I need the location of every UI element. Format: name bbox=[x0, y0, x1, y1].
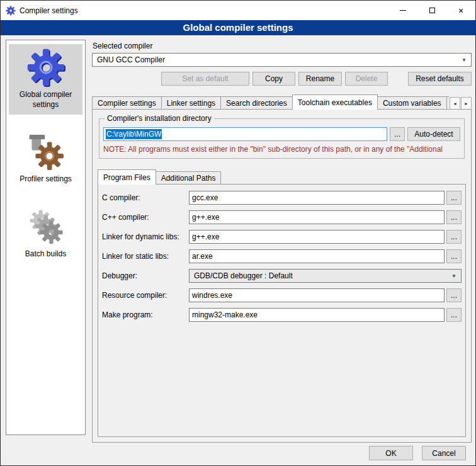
toolchain-subtabbar: Program Files Additional Paths bbox=[98, 169, 466, 185]
installation-directory-input[interactable]: C:\raylib\MinGW bbox=[103, 127, 387, 141]
tab-custom-variables[interactable]: Custom variables bbox=[377, 96, 447, 110]
titlebar[interactable]: Compiler settings × bbox=[1, 1, 475, 20]
sidebar-item-label: Profiler settings bbox=[10, 174, 81, 185]
sidebar-item-batch-builds[interactable]: Batch builds bbox=[9, 203, 82, 264]
browse-dynamic-linker-button[interactable]: ... bbox=[446, 230, 462, 244]
c-compiler-input[interactable] bbox=[189, 191, 445, 205]
tabs-strip: Compiler settings Linker settings Search… bbox=[92, 94, 449, 110]
sidebar-item-global-compiler-settings[interactable]: Global compiler settings bbox=[9, 44, 82, 115]
blue-gear-icon bbox=[26, 48, 65, 87]
debugger-row: Debugger: GDB/CDB debugger : Default ▼ bbox=[102, 269, 462, 283]
compiler-settings-dialog: Compiler settings × Global compiler sett… bbox=[0, 0, 476, 466]
app-icon bbox=[6, 6, 16, 16]
close-icon: × bbox=[458, 6, 463, 15]
set-as-default-button: Set as default bbox=[161, 72, 249, 86]
rename-button[interactable]: Rename bbox=[298, 72, 342, 86]
sidebar-item-label: Batch builds bbox=[10, 249, 81, 259]
c-compiler-label: C compiler: bbox=[102, 193, 189, 202]
toolchain-executables-panel: Compiler's installation directory C:\ray… bbox=[92, 109, 472, 443]
debugger-label: Debugger: bbox=[102, 271, 189, 280]
bin-subdirectory-note: NOTE: All programs must exist either in … bbox=[103, 145, 460, 154]
dynamic-linker-label: Linker for dynamic libs: bbox=[102, 232, 189, 241]
sidebar-item-profiler-settings[interactable]: Profiler settings bbox=[9, 128, 82, 190]
resource-compiler-label: Resource compiler: bbox=[102, 291, 189, 300]
cancel-button[interactable]: Cancel bbox=[422, 446, 466, 460]
chevron-down-icon: ▼ bbox=[451, 273, 456, 279]
settings-category-list: Global compiler settings Profiler settin… bbox=[6, 40, 86, 435]
tab-scroll-left-button[interactable]: ◄ bbox=[450, 97, 460, 110]
browse-c-compiler-button[interactable]: ... bbox=[446, 191, 462, 205]
make-program-input[interactable] bbox=[189, 308, 445, 322]
tab-scroll-right-button[interactable]: ► bbox=[461, 97, 472, 110]
static-linker-input[interactable] bbox=[189, 249, 445, 263]
minimize-button[interactable] bbox=[388, 1, 417, 20]
c-compiler-row: C compiler: ... bbox=[102, 191, 462, 205]
main-panel: Selected compiler GNU GCC Compiler ▼ Set… bbox=[92, 40, 472, 443]
dynamic-linker-row: Linker for dynamic libs: ... bbox=[102, 230, 462, 244]
dialog-footer: OK Cancel bbox=[369, 446, 466, 460]
cpp-compiler-input[interactable] bbox=[189, 210, 445, 224]
installation-directory-selected-text: C:\raylib\MinGW bbox=[106, 129, 162, 139]
subtab-program-files[interactable]: Program Files bbox=[98, 169, 156, 185]
resource-compiler-input[interactable] bbox=[189, 288, 445, 302]
browse-resource-compiler-button[interactable]: ... bbox=[446, 288, 462, 302]
maximize-button[interactable] bbox=[417, 1, 446, 20]
selected-compiler-select[interactable]: GNU GCC Compiler ▼ bbox=[92, 53, 472, 67]
reset-defaults-button[interactable]: Reset defaults bbox=[408, 72, 472, 86]
close-button[interactable]: × bbox=[446, 1, 475, 20]
dynamic-linker-input[interactable] bbox=[189, 230, 445, 244]
static-linker-label: Linker for static libs: bbox=[102, 252, 189, 261]
resource-compiler-row: Resource compiler: ... bbox=[102, 288, 462, 302]
page-title: Global compiler settings bbox=[1, 20, 475, 35]
selected-compiler-value: GNU GCC Compiler bbox=[97, 55, 165, 64]
copy-button[interactable]: Copy bbox=[252, 72, 295, 86]
sidebar-item-label: Global compiler settings bbox=[10, 90, 81, 110]
ok-button[interactable]: OK bbox=[369, 446, 413, 460]
tab-toolchain-executables[interactable]: Toolchain executables bbox=[292, 94, 378, 110]
tab-compiler-settings[interactable]: Compiler settings bbox=[92, 96, 162, 110]
profiler-icon bbox=[26, 132, 65, 171]
browse-cpp-compiler-button[interactable]: ... bbox=[446, 210, 462, 224]
compiler-actions: Set as default Copy Rename Delete Reset … bbox=[92, 72, 472, 86]
window-title: Compiler settings bbox=[20, 6, 78, 15]
batch-builds-icon bbox=[26, 207, 65, 246]
chevron-down-icon: ▼ bbox=[462, 57, 467, 63]
browse-static-linker-button[interactable]: ... bbox=[446, 249, 462, 263]
maximize-icon bbox=[429, 8, 435, 13]
cpp-compiler-label: C++ compiler: bbox=[102, 213, 189, 222]
tab-search-directories[interactable]: Search directories bbox=[220, 96, 293, 110]
installation-directory-group-title: Compiler's installation directory bbox=[105, 114, 214, 123]
program-files-panel: C compiler: ... C++ compiler: ... Linker… bbox=[98, 184, 466, 437]
make-program-row: Make program: ... bbox=[102, 308, 462, 322]
tab-linker-settings[interactable]: Linker settings bbox=[161, 96, 221, 110]
tab-build-options[interactable]: Buil bbox=[446, 96, 449, 110]
static-linker-row: Linker for static libs: ... bbox=[102, 249, 462, 263]
window-controls: × bbox=[388, 1, 475, 20]
debugger-select[interactable]: GDB/CDB debugger : Default ▼ bbox=[189, 269, 462, 283]
subtab-additional-paths[interactable]: Additional Paths bbox=[156, 171, 222, 185]
debugger-value: GDB/CDB debugger : Default bbox=[194, 271, 293, 280]
minimize-icon bbox=[400, 10, 406, 11]
make-program-label: Make program: bbox=[102, 310, 189, 319]
installation-directory-row: C:\raylib\MinGW ... Auto-detect bbox=[103, 127, 460, 141]
browse-make-program-button[interactable]: ... bbox=[446, 308, 462, 322]
cpp-compiler-row: C++ compiler: ... bbox=[102, 210, 462, 224]
settings-tabbar: Compiler settings Linker settings Search… bbox=[92, 94, 472, 110]
delete-button: Delete bbox=[345, 72, 388, 86]
auto-detect-button[interactable]: Auto-detect bbox=[407, 127, 460, 141]
browse-directory-button[interactable]: ... bbox=[390, 127, 405, 141]
installation-directory-group: Compiler's installation directory C:\ray… bbox=[99, 118, 465, 159]
selected-compiler-label: Selected compiler bbox=[93, 42, 472, 50]
